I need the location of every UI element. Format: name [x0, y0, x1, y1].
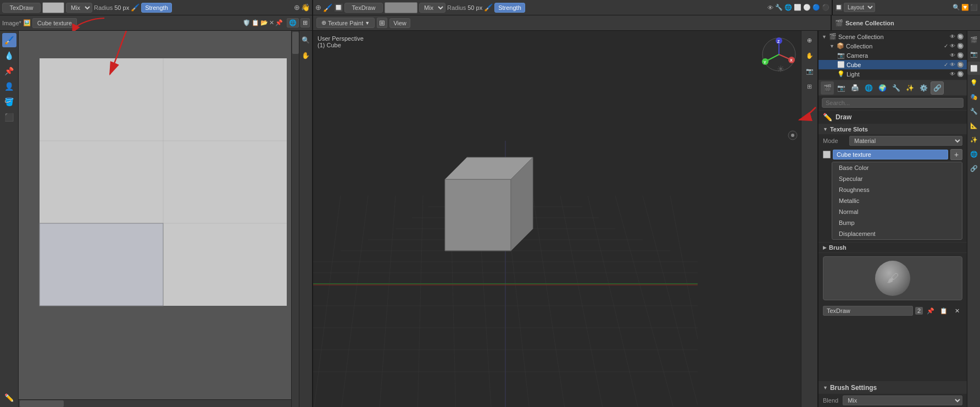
tree-item-scene[interactable]: ▼ 🎬 Scene Collection 👁 🔘	[818, 32, 967, 41]
prop-modifier-icon[interactable]: 🔧	[889, 81, 903, 95]
svg-marker-37	[445, 179, 511, 251]
uv-scrollbar-v[interactable]	[291, 31, 299, 407]
dropdown-item-specular[interactable]: Specular	[832, 173, 962, 184]
brush-close-icon[interactable]: ✕	[951, 305, 962, 316]
center-blend-mode[interactable]: Mix	[419, 3, 446, 13]
prop-view-icon[interactable]: 🌐	[862, 81, 875, 95]
left-color-swatch[interactable]	[42, 2, 64, 13]
tex-icon: 🔲	[334, 3, 343, 12]
uv-tool-paint[interactable]: 💧	[2, 48, 16, 63]
uv-nav-pan[interactable]: ✋	[299, 48, 313, 63]
props-search[interactable]	[822, 98, 964, 108]
pin-icon[interactable]: 📌	[275, 19, 283, 26]
prop-render-icon[interactable]: 📷	[834, 81, 848, 95]
red-arrow-left	[71, 15, 115, 31]
rs-material-icon[interactable]: 🎭	[967, 90, 981, 103]
uv-tool-clone[interactable]: 👤	[2, 79, 16, 94]
dropdown-item-base-color[interactable]: Base Color	[832, 162, 962, 173]
rs-wrench-icon[interactable]: 🔧	[967, 105, 981, 118]
dropdown-item-normal[interactable]: Normal	[832, 206, 962, 217]
texture-slot-input[interactable]: Cube texture	[833, 150, 948, 160]
center-strength-btn[interactable]: Strength	[494, 3, 525, 13]
uv-tool-cursor[interactable]: ✏️	[2, 391, 16, 405]
blend-select[interactable]: Mix	[843, 395, 962, 405]
rp-select[interactable]: Layout	[844, 3, 875, 12]
prop-physics-icon[interactable]: ⚙️	[917, 81, 930, 95]
viewport-grid	[313, 31, 817, 407]
mode-select[interactable]: Material	[849, 136, 962, 146]
rs-constraints-icon[interactable]: 🔗	[967, 162, 981, 175]
brush-settings-header[interactable]: ▼ Brush Settings	[818, 382, 967, 394]
close-icon[interactable]: ✕	[269, 19, 274, 26]
paint-mode-icon: ⊕	[321, 19, 326, 26]
rs-object-icon[interactable]: ⬜	[967, 62, 981, 75]
draw-brush-icon: ✏️	[823, 113, 832, 122]
add-slot-btn[interactable]: +	[950, 149, 962, 160]
texture-paint-btn[interactable]: ⊕ Texture Paint ▼	[316, 18, 375, 28]
rs-data-icon[interactable]: 📐	[967, 119, 981, 132]
uv-tool-fill[interactable]: 🪣	[2, 95, 16, 109]
prop-scene-icon[interactable]: 🎬	[821, 81, 834, 95]
vp-icon3: 🌐	[784, 4, 792, 11]
vp-nav-pan[interactable]: ✋	[803, 48, 817, 63]
left-icon1: ⊕	[294, 3, 300, 12]
vp-nav-camera[interactable]: 📷	[803, 64, 817, 78]
uv-tool-smear[interactable]: 📌	[2, 64, 16, 78]
img-icon: 🖼️	[23, 19, 31, 26]
tree-item-light[interactable]: 💡 Light 👁 🔘	[818, 69, 967, 79]
scene-tree: ▼ 🎬 Scene Collection 👁 🔘 ▼ 📦 Collection …	[818, 31, 967, 80]
texture-slots-header[interactable]: ▼ Texture Slots	[818, 124, 967, 134]
vp-icon6: 🔵	[812, 4, 820, 11]
vp-nav-orbit[interactable]: ⊕	[803, 33, 817, 47]
tree-item-cube[interactable]: ⬜ Cube ✓ 👁 🔘	[818, 60, 967, 69]
vp-nav-grid[interactable]: ⊞	[803, 79, 817, 94]
vp-icon2: 🔧	[775, 4, 783, 11]
tree-item-collection[interactable]: ▼ 📦 Collection ✓ 👁 🔘	[818, 41, 967, 51]
left-strength-label[interactable]: Strength	[141, 3, 172, 13]
uv-tool-draw[interactable]: 🖌️	[2, 33, 16, 47]
rs-render-icon[interactable]: 📷	[967, 47, 981, 61]
viewport-icon: ⊕	[315, 3, 321, 12]
prop-particles-icon[interactable]: ✨	[903, 81, 916, 95]
center-color-swatch[interactable]	[385, 2, 417, 13]
brush-pin-icon[interactable]: 📌	[925, 305, 936, 316]
center-radius-label: Radius	[447, 4, 466, 11]
dropdown-item-displacement[interactable]: Displacement	[832, 228, 962, 239]
vp-icon1: 👁	[767, 4, 773, 11]
rs-particles-icon[interactable]: ✨	[967, 133, 981, 146]
dropdown-item-roughness[interactable]: Roughness	[832, 184, 962, 195]
paint-mode-arrow: ▼	[365, 20, 370, 26]
tree-item-camera[interactable]: 📷 Camera 👁 🔘	[818, 51, 967, 60]
rp-icon2: 🔍	[953, 4, 960, 11]
left-blend-mode[interactable]: Mix	[66, 3, 92, 13]
uv-nav-zoom[interactable]: 🔍	[299, 33, 313, 47]
protect-icon: 🛡️	[243, 19, 250, 26]
texture-slots-label: Texture Slots	[830, 126, 868, 133]
view-btn[interactable]: View	[389, 18, 410, 28]
uv-scrollbar-h[interactable]	[19, 399, 291, 407]
texture-slot-dropdown[interactable]: Base Color Specular Roughness Metallic N…	[832, 162, 962, 240]
texture-name-left[interactable]: Cube texture	[32, 18, 77, 28]
brush-section-header[interactable]: ▶ Brush	[823, 244, 962, 251]
prop-output-icon[interactable]: 🖨️	[848, 81, 861, 95]
uv-background	[19, 31, 299, 407]
paint-mode-label: Texture Paint	[328, 20, 363, 26]
brush-copy-icon[interactable]: 📋	[938, 305, 949, 316]
prop-constraints-icon[interactable]: 🔗	[931, 81, 944, 95]
left-brush-name[interactable]: TexDraw	[2, 3, 41, 13]
uv-view-btn[interactable]: ⊞	[300, 18, 310, 28]
rs-scene-icon[interactable]: 🎬	[967, 33, 981, 46]
uv-tool-mask[interactable]: ⬛	[2, 110, 16, 124]
rs-physics-icon[interactable]: 🌐	[967, 147, 981, 161]
scene-icon: 🎬	[835, 19, 843, 27]
dropdown-item-metallic[interactable]: Metallic	[832, 195, 962, 206]
center-brush-name[interactable]: TexDraw	[344, 3, 383, 13]
svg-rect-8	[313, 31, 817, 407]
texdraw-name-field[interactable]: TexDraw	[823, 306, 913, 316]
rs-light-icon[interactable]: 💡	[967, 76, 981, 89]
brush-icon-center: 🖌️	[323, 3, 332, 12]
dropdown-item-bump[interactable]: Bump	[832, 217, 962, 228]
uv-overlay-icon[interactable]: 🌐	[287, 18, 299, 28]
sun-icon: ☀	[777, 64, 784, 74]
prop-world-icon[interactable]: 🌍	[876, 81, 889, 95]
